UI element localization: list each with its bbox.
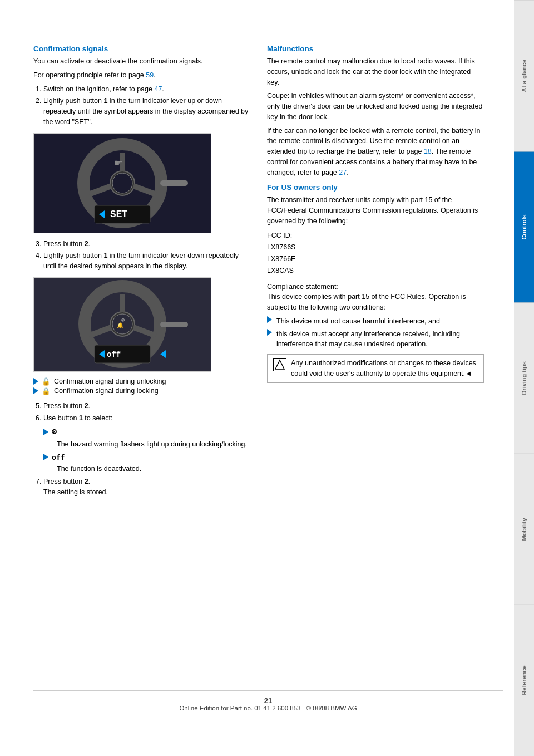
off-desc: The function is deactivated. xyxy=(57,464,250,474)
svg-line-15 xyxy=(89,327,111,336)
page-59-link[interactable]: 59 xyxy=(146,71,154,79)
steering-wheel-image-2: off ⊗ 🔔 xyxy=(33,277,211,372)
select-option-hazard: ⊗ The hazard warning flashers light up d… xyxy=(43,425,250,474)
step-1: Switch on the ignition, refer to page 47… xyxy=(43,84,250,95)
step-3: Press button 2. xyxy=(43,239,250,249)
page-18-link[interactable]: 18 xyxy=(424,148,432,155)
confirmation-intro: You can activate or deactivate the confi… xyxy=(33,56,250,67)
signal-items-list: 🔓 Confirmation signal during unlocking 🔒… xyxy=(33,377,250,395)
tab-driving-tips[interactable]: Driving tips xyxy=(514,302,534,454)
two-column-layout: Confirmation signals You can activate or… xyxy=(33,45,503,679)
unlock-icon: 🔓 xyxy=(42,377,51,386)
battery-text: If the car can no longer be locked with … xyxy=(267,126,484,178)
signal-item-lock: 🔒 Confirmation signal during locking xyxy=(33,387,250,395)
svg-line-4 xyxy=(89,186,111,194)
bullet-item-1: This device must not cause harmful inter… xyxy=(267,316,484,327)
steering-wheel-svg-1: SET ☛ xyxy=(39,136,206,230)
footer-text: Online Edition for Part no. 01 41 2 600 … xyxy=(33,705,503,711)
svg-text:☛: ☛ xyxy=(114,158,123,169)
compliance-statement: Compliance statement: This device compli… xyxy=(267,282,484,313)
confirmation-signals-title: Confirmation signals xyxy=(33,45,250,53)
hazard-symbol: ⊗ xyxy=(52,425,57,438)
operating-principle-ref: For operating principle refer to page 59… xyxy=(33,70,250,81)
svg-rect-17 xyxy=(160,322,188,327)
steps-list-3: Press button 2. Use button 1 to select: … xyxy=(43,401,250,498)
fcc-id-block: FCC ID: LX8766S LX8766E LX8CAS xyxy=(267,230,484,277)
left-column: Confirmation signals You can activate or… xyxy=(33,45,250,679)
hazard-desc: The hazard warning flashers light up dur… xyxy=(57,439,250,450)
svg-text:off: off xyxy=(107,350,121,359)
steering-wheel-svg-2: off ⊗ 🔔 xyxy=(39,278,206,370)
svg-point-2 xyxy=(112,173,132,193)
warning-icon xyxy=(273,358,286,371)
steps-list-2: Press button 2. Lightly push button 1 in… xyxy=(43,239,250,272)
fcc-id-3: LX8CAS xyxy=(267,267,294,274)
bullet-triangle-1 xyxy=(33,378,38,385)
page-47-link[interactable]: 47 xyxy=(154,85,162,93)
warning-text: Any unauthorized modifications or change… xyxy=(291,358,478,379)
off-symbol: off xyxy=(52,452,65,463)
page-27-link[interactable]: 27 xyxy=(339,169,347,176)
malfunctions-text: The remote control may malfunction due t… xyxy=(267,56,484,87)
step-4: Lightly push button 1 in the turn indica… xyxy=(43,251,250,272)
svg-marker-24 xyxy=(275,360,284,369)
bullet-item-2: this device must accept any interference… xyxy=(267,329,484,350)
svg-text:🔔: 🔔 xyxy=(117,322,124,329)
bullet-1-text: This device must not cause harmful inter… xyxy=(276,316,440,327)
lock-icon: 🔒 xyxy=(42,387,51,395)
signal-unlock-text: Confirmation signal during unlocking xyxy=(54,377,166,385)
tab-at-a-glance[interactable]: At a glance xyxy=(514,0,534,151)
bullet-2-text: this device must accept any interference… xyxy=(276,329,484,350)
steps-list: Switch on the ignition, refer to page 47… xyxy=(43,84,250,127)
steering-wheel-image-1: SET ☛ xyxy=(33,133,211,233)
page-footer: 21 Online Edition for Part no. 01 41 2 6… xyxy=(33,690,503,723)
tab-reference[interactable]: Reference xyxy=(514,605,534,756)
warning-box: Any unauthorized modifications or change… xyxy=(267,354,484,383)
bullet-triangle-r2 xyxy=(267,329,272,336)
svg-text:SET: SET xyxy=(110,209,127,219)
tab-controls[interactable]: Controls xyxy=(514,151,534,303)
main-content: Confirmation signals You can activate or… xyxy=(0,0,514,756)
sw-container-1: SET ☛ xyxy=(34,134,211,233)
for-us-owners-title: For US owners only xyxy=(267,183,484,192)
bullet-triangle-4 xyxy=(43,454,48,460)
svg-marker-21 xyxy=(160,350,166,358)
svg-rect-6 xyxy=(160,180,188,186)
step-5: Press button 2. xyxy=(43,401,250,411)
svg-line-16 xyxy=(134,327,156,336)
step-7: Press button 2.The setting is stored. xyxy=(43,477,250,498)
signal-item-unlock: 🔓 Confirmation signal during unlocking xyxy=(33,377,250,386)
right-column: Malfunctions The remote control may malf… xyxy=(267,45,484,679)
signal-lock-text: Confirmation signal during locking xyxy=(54,387,159,395)
svg-line-5 xyxy=(134,186,156,194)
sw-container-2: off ⊗ 🔔 xyxy=(34,278,211,371)
sidebar: At a glance Controls Driving tips Mobili… xyxy=(514,0,534,756)
fcc-id-1: LX8766S xyxy=(267,243,295,251)
step-6: Use button 1 to select: ⊗ The hazard war… xyxy=(43,413,250,474)
for-us-text: The transmitter and receiver units compl… xyxy=(267,195,484,226)
tab-mobility[interactable]: Mobility xyxy=(514,454,534,605)
step-2: Lightly push button 1 in the turn indica… xyxy=(43,96,250,127)
page-container: Confirmation signals You can activate or… xyxy=(0,0,534,756)
fcc-id-label: FCC ID: xyxy=(267,232,292,239)
malfunctions-title: Malfunctions xyxy=(267,45,484,53)
coupe-text: Coupe: in vehicles without an alarm syst… xyxy=(267,91,484,122)
bullet-triangle-r1 xyxy=(267,316,272,323)
fcc-id-2: LX8766E xyxy=(267,255,295,263)
page-number: 21 xyxy=(33,696,503,705)
bullet-triangle-3 xyxy=(43,429,48,435)
bullet-triangle-2 xyxy=(33,387,38,394)
